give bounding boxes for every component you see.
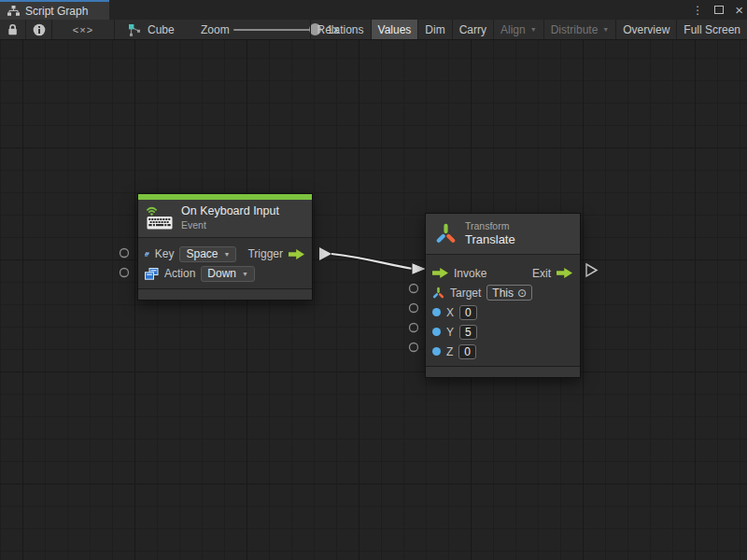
keyboard-icon bbox=[147, 206, 173, 230]
toolbar-separator bbox=[114, 20, 115, 39]
graph-hierarchy-icon bbox=[7, 6, 20, 16]
y-input[interactable]: 5 bbox=[459, 325, 477, 340]
node-on-keyboard-input[interactable]: On Keyboard Input Event Key Space ▼ Trig… bbox=[137, 193, 313, 301]
x-row: X 0 bbox=[432, 302, 572, 322]
invoke-label: Invoke bbox=[454, 267, 486, 280]
node-header: Transform Translate bbox=[426, 214, 580, 255]
node-body: Key Space ▼ Trigger Action bbox=[138, 238, 312, 288]
flow-arrow-icon[interactable] bbox=[557, 268, 572, 278]
z-input[interactable]: 0 bbox=[458, 344, 476, 359]
node-title: On Keyboard Input bbox=[181, 204, 279, 219]
x-label: X bbox=[446, 306, 454, 319]
value-port-icon bbox=[432, 308, 441, 316]
object-picker-icon[interactable]: ⊙ bbox=[517, 287, 527, 299]
toolbar-buttons: Relations Values Dim Carry Align ▼ Distr… bbox=[310, 20, 747, 39]
key-label: Key bbox=[155, 247, 175, 260]
value-port-icon bbox=[432, 347, 441, 356]
info-icon bbox=[33, 23, 46, 36]
wire-outline bbox=[331, 254, 413, 269]
flow-port-triangle-hollow[interactable] bbox=[586, 264, 597, 276]
align-button[interactable]: Align ▼ bbox=[493, 20, 543, 39]
enum-icon bbox=[145, 268, 159, 280]
transform-icon bbox=[435, 222, 457, 245]
title-bar: Script Graph ⋮ × bbox=[0, 0, 747, 20]
chevron-down-icon: ▼ bbox=[530, 26, 537, 33]
port-circle[interactable] bbox=[410, 324, 418, 332]
relations-button[interactable]: Relations bbox=[310, 20, 371, 39]
node-category: Transform bbox=[465, 220, 515, 232]
x-input[interactable]: 0 bbox=[459, 305, 477, 320]
action-label: Action bbox=[164, 267, 195, 280]
tab-title: Script Graph bbox=[25, 5, 88, 18]
key-dropdown[interactable]: Space ▼ bbox=[179, 246, 236, 262]
chevron-down-icon: ▼ bbox=[602, 26, 609, 33]
node-title: Translate bbox=[465, 232, 515, 247]
graph-breadcrumb-icon bbox=[124, 20, 145, 39]
invoke-row: Invoke Exit bbox=[432, 263, 572, 283]
close-icon[interactable]: × bbox=[735, 3, 743, 17]
values-button[interactable]: Values bbox=[371, 20, 418, 39]
flow-arrow-icon[interactable] bbox=[432, 268, 448, 278]
zoom-slider-track[interactable] bbox=[233, 29, 316, 31]
carry-button[interactable]: Carry bbox=[452, 20, 493, 39]
node-header: On Keyboard Input Event bbox=[138, 200, 312, 238]
key-row: Key Space ▼ Trigger bbox=[145, 245, 304, 264]
action-row: Action Down ▼ bbox=[145, 264, 304, 284]
distribute-button[interactable]: Distribute ▼ bbox=[543, 20, 616, 39]
kebab-menu-icon[interactable]: ⋮ bbox=[692, 5, 703, 16]
lock-icon bbox=[7, 23, 18, 35]
target-row: Target This ⊙ bbox=[432, 283, 572, 302]
value-port-icon bbox=[432, 328, 441, 336]
target-label: Target bbox=[450, 287, 481, 300]
tab-script-graph[interactable]: Script Graph bbox=[0, 0, 109, 20]
wire[interactable] bbox=[331, 254, 413, 269]
graph-canvas[interactable]: On Keyboard Input Event Key Space ▼ Trig… bbox=[0, 40, 747, 560]
dim-button[interactable]: Dim bbox=[417, 20, 451, 39]
graph-toolbar: <×> Cube Zoom 1x Relations Values Dim Ca… bbox=[0, 20, 747, 40]
port-circle[interactable] bbox=[410, 343, 418, 352]
breadcrumb-graph-name[interactable]: Cube bbox=[148, 20, 175, 39]
exit-label: Exit bbox=[532, 267, 551, 280]
port-circle[interactable] bbox=[410, 304, 418, 313]
transform-icon bbox=[432, 287, 444, 300]
wires-overlay bbox=[0, 40, 747, 560]
node-body: Invoke Exit Target This ⊙ bbox=[426, 255, 580, 366]
z-label: Z bbox=[446, 345, 453, 358]
inspector-button[interactable] bbox=[26, 20, 51, 39]
flow-port-triangle-filled[interactable] bbox=[319, 247, 331, 260]
maximize-icon[interactable] bbox=[714, 6, 724, 14]
flow-arrow-icon[interactable] bbox=[289, 249, 304, 259]
preview-source-button[interactable]: <×> bbox=[52, 20, 114, 39]
overview-button[interactable]: Overview bbox=[615, 20, 676, 39]
lock-button[interactable] bbox=[0, 20, 25, 39]
port-circle[interactable] bbox=[120, 269, 129, 277]
enum-icon bbox=[145, 248, 149, 260]
trigger-label: Trigger bbox=[247, 247, 283, 260]
zoom-label: Zoom bbox=[201, 20, 230, 39]
code-icon: <×> bbox=[73, 24, 93, 35]
node-subtitle: Event bbox=[181, 219, 279, 231]
window-controls: ⋮ × bbox=[692, 0, 743, 20]
target-object-button[interactable]: This ⊙ bbox=[486, 285, 532, 301]
node-footer bbox=[426, 366, 580, 377]
chevron-down-icon: ▼ bbox=[223, 251, 230, 258]
y-label: Y bbox=[446, 326, 454, 339]
y-row: Y 5 bbox=[432, 322, 572, 342]
node-transform-translate[interactable]: Transform Translate Invoke Exit bbox=[425, 213, 581, 378]
chevron-down-icon: ▼ bbox=[242, 271, 248, 277]
node-footer bbox=[138, 288, 312, 300]
fullscreen-button[interactable]: Full Screen bbox=[676, 20, 747, 39]
port-circle[interactable] bbox=[410, 285, 418, 293]
z-row: Z 0 bbox=[432, 342, 572, 361]
action-dropdown[interactable]: Down ▼ bbox=[201, 266, 255, 282]
port-circle[interactable] bbox=[120, 249, 129, 258]
